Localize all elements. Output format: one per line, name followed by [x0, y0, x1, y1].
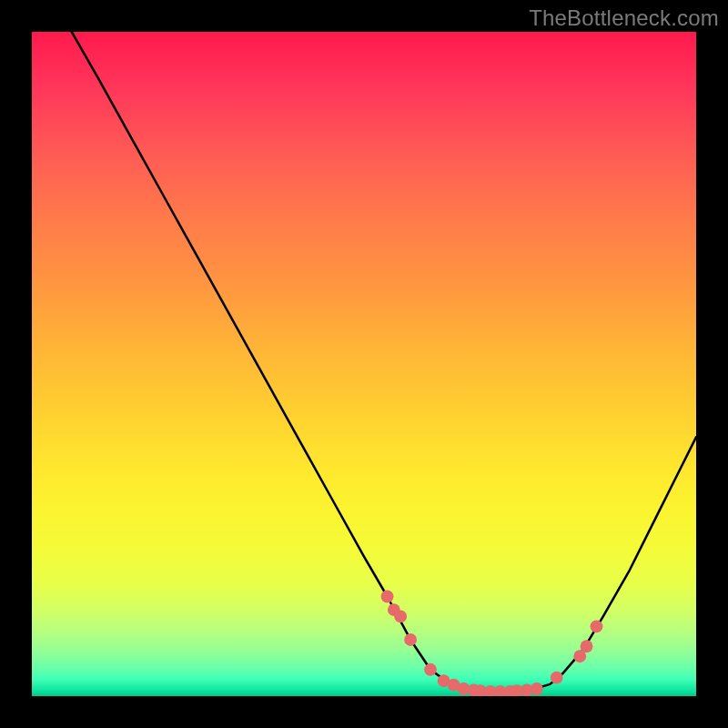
watermark-text: TheBottleneck.com: [529, 5, 719, 31]
marker-dot: [591, 620, 603, 632]
marker-dot: [551, 672, 563, 684]
marker-dot: [581, 640, 593, 652]
marker-dot: [531, 682, 543, 695]
marker-dot: [404, 633, 417, 646]
marker-dot: [394, 610, 407, 622]
marker-dot: [381, 591, 394, 603]
marker-group: [381, 591, 603, 696]
chart-stage: TheBottleneck.com: [0, 0, 728, 728]
marker-dot: [424, 663, 437, 676]
chart-svg: [32, 32, 696, 696]
plot-area: [32, 32, 696, 696]
